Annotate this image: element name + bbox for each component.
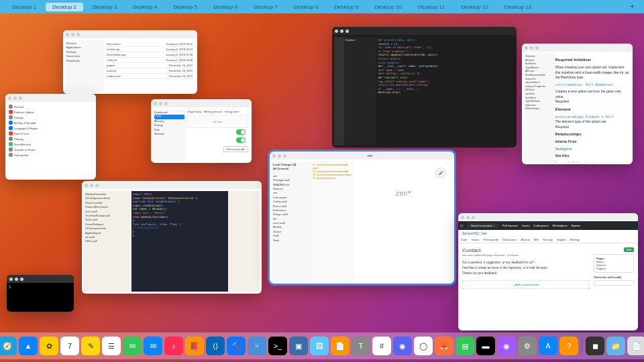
dock-avatar-icon[interactable]: ◼ [586,337,604,355]
sidebar-item[interactable]: Sharing [7,136,94,141]
sidebar-item[interactable]: AirDrop & Handoff [7,120,94,125]
space-tab[interactable]: Desktop 10 [368,3,408,11]
tab[interactable]: Settings [570,238,580,241]
space-tab[interactable]: Desktop 9 [327,3,365,11]
nav-link[interactable]: Codespaces [534,224,549,227]
dock-firefox-icon[interactable]: 🦊 [435,337,453,355]
clone-url-input[interactable] [594,280,634,286]
vscode-editor[interactable]: def process(data, opts): results = [] fo… [376,37,515,145]
table-row[interactable]: readme.mdDecember 15, 2022 [105,74,194,79]
titlebar[interactable] [63,30,197,38]
dock-chrome-icon[interactable]: ◯ [414,337,433,355]
sidebar-item[interactable]: Explorer [345,38,375,42]
dock-photos-icon[interactable]: ✿ [40,337,58,355]
dock-numbers-icon[interactable]: ▤ [455,337,474,355]
dock-podcasts-icon[interactable]: ◉ [497,337,516,355]
dock-preview-icon[interactable]: 🖼 [310,337,329,355]
add-footer-button[interactable]: + Add a custom footer [462,280,590,289]
dock-simulator-icon[interactable]: ▣ [289,337,308,355]
space-tab[interactable]: Desktop 11 [411,3,451,11]
dock-activity-icon[interactable]: ▬ [476,337,495,355]
dock-slack-icon[interactable]: # [372,337,391,355]
sidebar-item[interactable]: Support [596,267,631,270]
space-tab[interactable]: Desktop 12 [454,3,494,11]
dock-calendar-icon[interactable]: 7 [60,337,79,355]
table-row[interactable]: build.shDecember 20, 2022 [105,68,194,74]
space-tab[interactable]: Desktop 4 [126,3,164,11]
table-row[interactable]: archive.zipJanuary 3, 2023 16:07 [105,47,194,52]
docs-window[interactable]: Overview Element RawValue Type Aliases A… [522,44,633,164]
sidebar-item[interactable]: Startup Disk [7,152,94,158]
sidebar-item[interactable]: Time Machine [7,141,94,147]
terminal-window[interactable]: $ [7,275,74,312]
toggle[interactable] [236,137,246,143]
file-item[interactable]: UIKit.swift [85,239,130,243]
microphone-icon[interactable]: 🎤 [435,167,447,179]
tab[interactable]: Usage history [187,111,201,113]
vscode-activity-bar[interactable] [334,37,344,145]
finder-window[interactable]: Recents Applications Desktop Documents D… [63,30,197,94]
dock-appstore-icon[interactable]: A [539,337,557,355]
tab[interactable]: Pull requests [483,238,498,241]
safari-github-window[interactable]: ◯ Search or jump to... Pull requests Iss… [458,213,638,330]
dock-notes-icon[interactable]: ✎ [81,337,100,355]
space-tab[interactable]: Desktop 3 [86,3,123,11]
dock-books-icon[interactable]: 📕 [185,337,204,355]
sidebar-item[interactable]: Network [154,132,184,136]
titlebar[interactable] [151,99,252,107]
xcode-editor[interactable]: import UIKit class ViewController: UIVie… [131,191,228,292]
nav-link[interactable]: Pull requests [502,224,518,227]
tab[interactable]: Discussions [502,238,517,241]
dock-xcode-icon[interactable]: 🔨 [227,337,246,355]
sidebar-group[interactable]: All Commits [273,167,310,171]
dock-maps-icon[interactable]: ▲ [19,337,38,355]
activity-monitor-window[interactable]: Dashboard CPU Memory Energy Disk Network… [151,99,252,163]
space-tab[interactable]: Desktop 5 [166,3,204,11]
titlebar[interactable]: zen [270,152,454,160]
dock-mail-icon[interactable]: ✉ [144,337,162,355]
add-space-button[interactable]: + [626,2,639,11]
tab[interactable]: Memory pressure [204,111,222,113]
repo-breadcrumb[interactable]: ZeroumHQ / zen [458,230,638,237]
dock-reminders-icon[interactable]: ☰ [102,337,121,355]
titlebar[interactable] [7,275,74,283]
table-row[interactable]: projectDecember 29, 2022 [105,63,194,68]
tab[interactable]: Issues [472,238,480,241]
space-tab[interactable]: Desktop 2 [46,3,83,11]
sidebar-item[interactable]: Storage [7,115,94,120]
dock-messages-icon[interactable]: ✉ [123,337,142,355]
sidebar-item[interactable]: Language & Region [7,125,94,131]
sidebar-item[interactable]: Downloads [66,59,103,63]
titlebar[interactable] [522,44,633,52]
nav-link[interactable]: Explore [572,224,581,227]
titlebar[interactable] [82,181,262,189]
sidebar-item[interactable]: Transfer or Reset [7,147,94,152]
xcode-window[interactable]: WindowController UIConfigurationState Vi… [82,181,262,294]
vscode-window[interactable]: Explorer def process(data, opts): result… [332,27,517,147]
titlebar[interactable] [458,213,638,221]
tab[interactable]: Wiki [534,238,539,241]
dock-discord-icon[interactable]: ◉ [393,337,412,355]
titlebar[interactable] [332,27,517,35]
titlebar[interactable] [5,94,96,102]
dock-textedit-icon[interactable]: T [352,337,370,355]
nav-link[interactable]: Issues [522,224,530,227]
dock-safari-icon[interactable]: 🧭 [0,337,17,355]
search-input[interactable]: Search or jump to... [467,223,498,228]
system-settings-window[interactable]: General Software Update Storage AirDrop … [5,94,96,180]
dock-settings-icon[interactable]: ⚙ [518,337,537,355]
tab[interactable]: Insights [557,238,566,241]
sidebar-item[interactable]: Relationships [525,107,553,111]
tab[interactable]: Code [461,238,468,241]
dock-doc-icon[interactable]: 📄 [627,337,644,355]
dock-folder-icon[interactable]: 📁 [606,337,625,355]
table-row[interactable]: DocumentsJanuary 4, 2023 11:52 [105,42,194,47]
tab[interactable]: Actions [521,238,530,241]
zen-window[interactable]: zen Local Changes (4) All Commits zen Pa… [270,152,454,284]
tab[interactable]: Energy saver [225,111,239,113]
table-row[interactable]: notes.txtJanuary 2, 2023 14:40 [105,58,194,63]
dock-terminal-icon[interactable]: >_ [268,337,287,355]
dock-fork-icon[interactable]: ⑂ [248,337,266,355]
dock-help-icon[interactable]: ? [559,337,578,355]
github-logo-icon[interactable]: ◯ [460,224,463,227]
